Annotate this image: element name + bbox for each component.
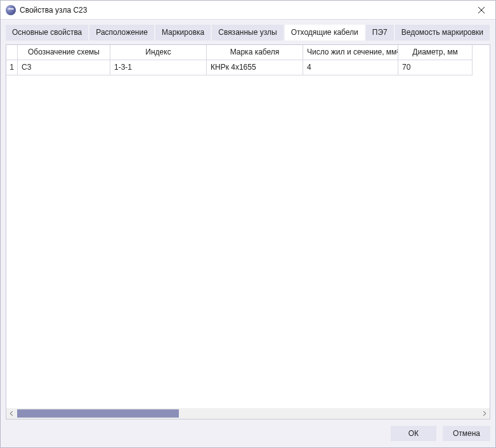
titlebar: Свойства узла C23 <box>1 1 495 20</box>
ok-button[interactable]: ОК <box>391 426 436 441</box>
cell-scheme[interactable]: C3 <box>18 60 110 75</box>
col-header-scheme[interactable]: Обозначение схемы <box>18 45 110 60</box>
dialog-window: Свойства узла C23 Основные свойства Расп… <box>0 0 496 448</box>
cell-index[interactable]: 1-3-1 <box>110 60 207 75</box>
row-number[interactable]: 1 <box>6 60 18 75</box>
chevron-left-icon <box>10 411 14 416</box>
col-header-cable-type[interactable]: Марка кабеля <box>207 45 303 60</box>
tab-linked-nodes[interactable]: Связанные узлы <box>212 25 283 41</box>
cell-diameter[interactable]: 70 <box>398 60 473 75</box>
chevron-right-icon <box>482 411 486 416</box>
scroll-left-button[interactable] <box>6 408 17 419</box>
tab-bar: Основные свойства Расположение Маркировк… <box>6 25 490 41</box>
scroll-thumb[interactable] <box>17 409 179 418</box>
close-button[interactable] <box>467 1 495 20</box>
cell-cable-type[interactable]: КНРк 4x1655 <box>207 60 303 75</box>
tab-pe7[interactable]: ПЭ7 <box>366 25 394 41</box>
grid-container: Обозначение схемы Индекс Марка кабеля Чи… <box>6 44 490 419</box>
app-icon <box>6 5 16 15</box>
col-header-index[interactable]: Индекс <box>110 45 207 60</box>
tab-outgoing-cables[interactable]: Отходящие кабели <box>285 25 365 41</box>
dialog-body: Основные свойства Расположение Маркировк… <box>1 20 495 447</box>
scroll-right-button[interactable] <box>479 408 490 419</box>
horizontal-scrollbar[interactable] <box>6 408 490 419</box>
col-header-diameter[interactable]: Диаметр, мм <box>398 45 473 60</box>
tab-marking-list[interactable]: Ведомость маркировки <box>395 25 490 41</box>
grid-corner <box>6 45 18 60</box>
tab-location[interactable]: Расположение <box>89 25 154 41</box>
data-grid: Обозначение схемы Индекс Марка кабеля Чи… <box>6 45 473 75</box>
scroll-track[interactable] <box>17 408 479 419</box>
tab-main-properties[interactable]: Основные свойства <box>6 25 88 41</box>
window-title: Свойства узла C23 <box>20 6 467 15</box>
tab-marking[interactable]: Маркировка <box>155 25 211 41</box>
cancel-button[interactable]: Отмена <box>443 426 490 441</box>
close-icon <box>478 7 485 13</box>
col-header-cores-section[interactable]: Число жил и сечение, мм² <box>303 45 398 60</box>
cell-cores-section[interactable]: 4 <box>303 60 398 75</box>
dialog-footer: ОК Отмена <box>6 419 490 441</box>
